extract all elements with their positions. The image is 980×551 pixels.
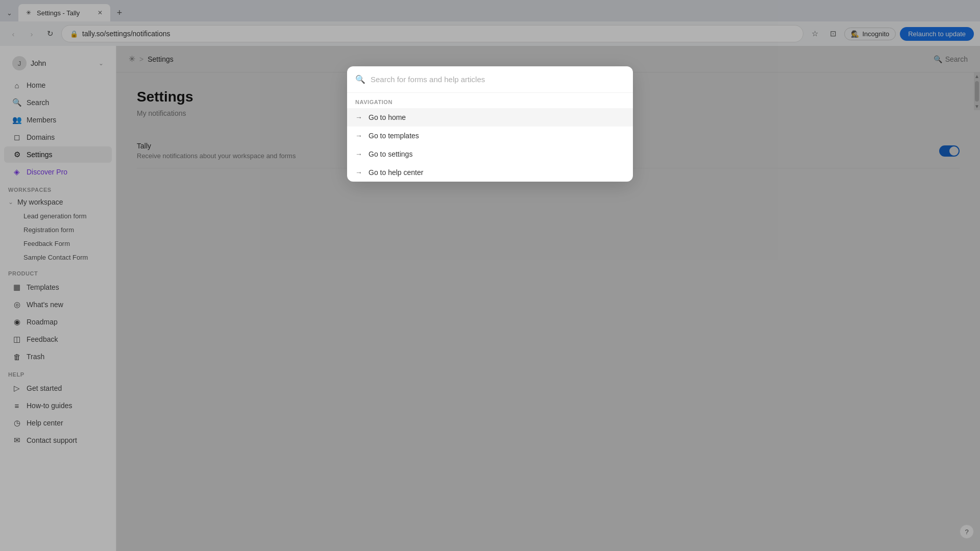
search-input[interactable] [371, 75, 625, 84]
search-modal-icon: 🔍 [355, 74, 365, 84]
arrow-icon: → [355, 150, 362, 158]
arrow-icon: → [355, 168, 362, 177]
search-item-go-settings[interactable]: → Go to settings [347, 145, 633, 163]
search-item-go-home[interactable]: → Go to home [347, 108, 633, 127]
arrow-icon: → [355, 132, 362, 140]
search-item-label: Go to settings [369, 150, 625, 158]
search-item-label: Go to templates [369, 132, 625, 140]
search-item-label: Go to home [369, 113, 625, 121]
modal-overlay[interactable]: 🔍 Navigation → Go to home → Go to templa… [0, 0, 980, 551]
search-item-label: Go to help center [369, 168, 625, 177]
nav-section-label: Navigation [347, 93, 633, 108]
search-modal: 🔍 Navigation → Go to home → Go to templa… [347, 66, 633, 182]
arrow-icon: → [355, 113, 362, 121]
search-modal-header: 🔍 [347, 66, 633, 93]
search-item-go-templates[interactable]: → Go to templates [347, 127, 633, 145]
search-item-go-help[interactable]: → Go to help center [347, 163, 633, 182]
